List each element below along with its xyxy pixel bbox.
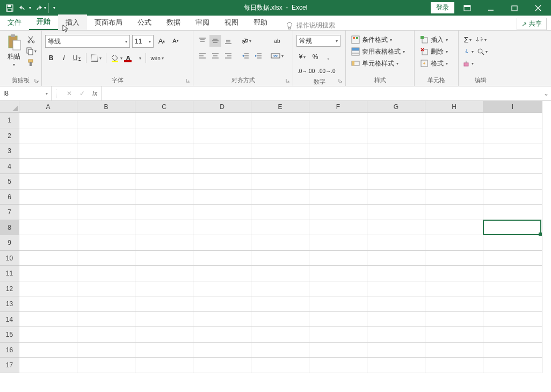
cell[interactable] <box>425 312 483 328</box>
cell[interactable] <box>135 327 193 343</box>
cell[interactable] <box>251 143 309 159</box>
cell[interactable] <box>77 266 135 281</box>
row-header[interactable]: 6 <box>0 190 19 205</box>
cell[interactable] <box>425 358 483 373</box>
cell[interactable] <box>309 205 367 220</box>
cell[interactable] <box>193 143 251 159</box>
undo-icon[interactable] <box>17 2 30 14</box>
cell[interactable] <box>193 159 251 175</box>
expand-formula-icon[interactable]: ⌄ <box>543 90 549 97</box>
cell[interactable] <box>135 251 193 266</box>
row-header[interactable]: 4 <box>0 159 19 175</box>
font-name-selector[interactable]: 等线▾ <box>45 35 130 48</box>
row-header[interactable]: 10 <box>0 251 19 266</box>
row-header[interactable]: 12 <box>0 281 19 297</box>
cell[interactable] <box>77 281 135 297</box>
increase-decimal-icon[interactable]: .0→.00 <box>296 65 316 77</box>
cell[interactable] <box>77 358 135 373</box>
cell[interactable] <box>483 220 542 236</box>
number-format-selector[interactable]: 常规▾ <box>296 35 340 47</box>
cell[interactable] <box>425 251 483 266</box>
cell[interactable] <box>19 327 77 343</box>
cell[interactable] <box>193 358 251 373</box>
cell[interactable] <box>135 312 193 328</box>
cell[interactable] <box>309 159 367 175</box>
cell[interactable] <box>77 343 135 358</box>
cell[interactable] <box>193 296 251 312</box>
name-box[interactable]: I8▾ <box>0 86 52 100</box>
cell[interactable] <box>251 235 309 251</box>
cell[interactable] <box>367 190 425 205</box>
cell[interactable] <box>425 143 483 159</box>
cell[interactable] <box>193 235 251 251</box>
cell[interactable] <box>367 312 425 328</box>
cell[interactable] <box>19 296 77 312</box>
decrease-decimal-icon[interactable]: .00→.0 <box>317 65 336 77</box>
cell[interactable] <box>77 174 135 190</box>
cell[interactable] <box>483 251 542 266</box>
cell[interactable] <box>483 174 542 190</box>
cell[interactable] <box>309 358 367 373</box>
column-header[interactable]: A <box>19 101 77 113</box>
login-button[interactable]: 登录 <box>431 2 454 13</box>
format-painter-icon[interactable] <box>26 57 37 68</box>
tell-me-search[interactable]: 操作说明搜索 <box>286 21 335 30</box>
cell[interactable] <box>19 174 77 190</box>
increase-indent-icon[interactable] <box>252 50 264 62</box>
save-icon[interactable] <box>3 2 16 14</box>
cell[interactable] <box>367 343 425 358</box>
cell[interactable] <box>483 296 542 312</box>
copy-icon[interactable]: ▾ <box>26 46 37 56</box>
bold-button[interactable]: B <box>45 52 57 64</box>
cell[interactable] <box>77 159 135 175</box>
row-header[interactable]: 7 <box>0 205 19 220</box>
underline-button[interactable]: U <box>71 52 83 64</box>
cell[interactable] <box>251 281 309 297</box>
cell[interactable] <box>19 235 77 251</box>
cell[interactable] <box>367 235 425 251</box>
maximize-icon[interactable] <box>504 2 525 14</box>
minimize-icon[interactable] <box>480 2 502 14</box>
cell[interactable] <box>193 205 251 220</box>
cell[interactable] <box>77 296 135 312</box>
cell[interactable] <box>309 174 367 190</box>
cell[interactable] <box>367 205 425 220</box>
cell[interactable] <box>135 159 193 175</box>
cell[interactable] <box>309 343 367 358</box>
tab-review[interactable]: 审阅 <box>188 14 217 30</box>
cell[interactable] <box>135 220 193 236</box>
tab-data[interactable]: 数据 <box>159 14 188 30</box>
cell[interactable] <box>19 251 77 266</box>
comma-button[interactable]: , <box>322 51 334 63</box>
cell[interactable] <box>19 143 77 159</box>
column-header[interactable]: I <box>483 101 542 113</box>
cell[interactable] <box>425 281 483 297</box>
cell[interactable] <box>309 128 367 144</box>
cell[interactable] <box>367 266 425 281</box>
font-size-selector[interactable]: 11▾ <box>132 35 154 48</box>
column-headers[interactable]: ABCDEFGHI <box>19 101 542 113</box>
cell[interactable] <box>367 251 425 266</box>
dialog-launcher-icon[interactable] <box>184 77 192 84</box>
cell[interactable] <box>483 235 542 251</box>
cell[interactable] <box>483 312 542 328</box>
row-header[interactable]: 16 <box>0 343 19 358</box>
cell[interactable] <box>251 296 309 312</box>
cut-icon[interactable] <box>26 34 37 45</box>
cell[interactable] <box>425 266 483 281</box>
cell[interactable] <box>483 266 542 281</box>
cell[interactable] <box>77 220 135 236</box>
cell[interactable] <box>251 128 309 144</box>
autosum-button[interactable]: Σ <box>462 34 474 46</box>
tab-formulas[interactable]: 公式 <box>130 14 159 30</box>
tab-file[interactable]: 文件 <box>0 14 29 30</box>
conditional-format-button[interactable]: 条件格式 <box>349 34 394 46</box>
row-headers[interactable]: 1234567891011121314151617 <box>0 113 19 373</box>
cells-area[interactable] <box>19 113 542 373</box>
fill-color-button[interactable] <box>110 52 124 64</box>
column-header[interactable]: C <box>135 101 193 113</box>
cell[interactable] <box>309 143 367 159</box>
cell[interactable] <box>19 159 77 175</box>
cell[interactable] <box>193 251 251 266</box>
decrease-indent-icon[interactable] <box>240 50 251 62</box>
